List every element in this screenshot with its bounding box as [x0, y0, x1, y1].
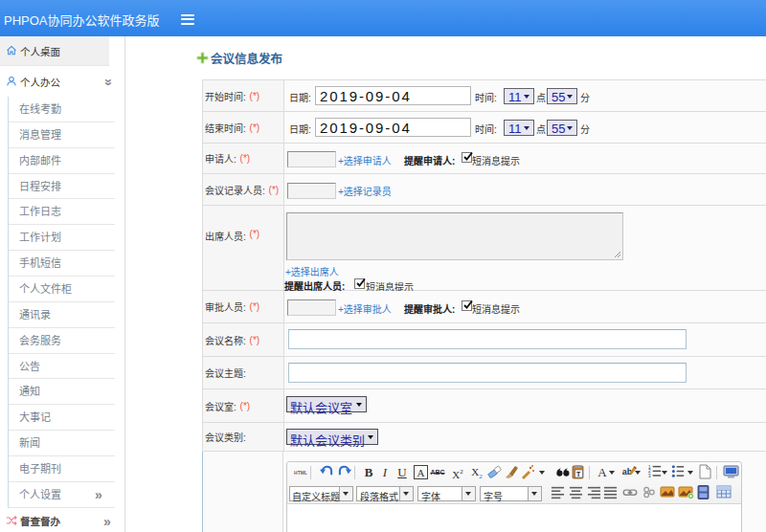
- svg-text:T: T: [576, 471, 581, 477]
- svg-text:3: 3: [648, 474, 651, 478]
